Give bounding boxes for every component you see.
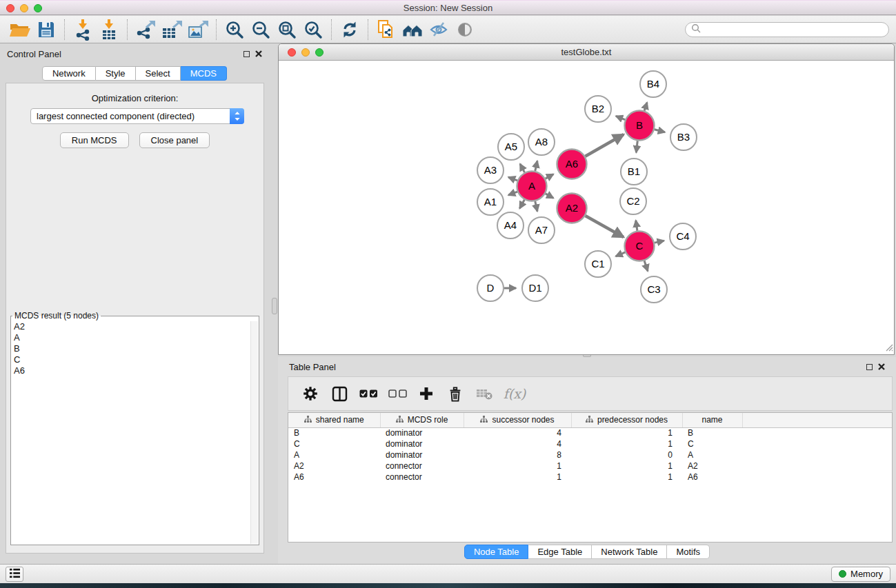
edge-B-B1[interactable] [636,141,637,152]
node-A5[interactable]: A5 [498,134,524,160]
node-A7[interactable]: A7 [528,217,555,243]
split-columns-icon[interactable] [327,382,352,405]
edge-C-C1[interactable] [616,252,626,256]
run-mcds-button[interactable]: Run MCDS [60,132,129,148]
add-column-icon[interactable] [414,382,439,405]
gear-icon[interactable] [298,382,323,405]
network-window-titlebar[interactable]: testGlobe.txt [279,44,894,61]
table-row-c[interactable]: Cdominator41C [288,438,892,449]
edge-B-B4[interactable] [644,103,647,111]
edge-A-A7[interactable] [535,201,537,212]
float-table-panel-icon[interactable] [866,364,873,370]
cell-predecessor-nodes[interactable]: 0 [571,449,682,460]
tab-select[interactable]: Select [136,66,181,81]
column-header-successor-nodes[interactable]: successor nodes [464,413,571,427]
duplicate-network-icon[interactable] [373,18,399,41]
tab-style[interactable]: Style [96,66,136,81]
edge-A-A8[interactable] [535,161,537,171]
cell-name[interactable]: A [682,449,742,460]
clear-checks-icon[interactable] [385,382,410,405]
edge-A6-B[interactable] [586,134,624,156]
close-window-button[interactable] [6,4,14,12]
table-row-a[interactable]: Adominator80A [288,449,892,460]
node-B4[interactable]: B4 [640,71,666,97]
network-minimize-button[interactable] [301,48,310,57]
tab-network[interactable]: Network [42,66,96,81]
cell-name[interactable]: B [682,427,742,438]
node-D[interactable]: D [477,275,504,301]
cell-shared-name[interactable]: A [288,449,380,460]
delete-column-icon[interactable] [443,382,468,405]
edge-C-C3[interactable] [644,261,648,271]
edge-A-A6[interactable] [546,174,554,179]
refresh-icon[interactable] [337,18,363,41]
result-item-a[interactable]: A [11,332,250,343]
cell-mcds-role[interactable]: connector [380,472,464,483]
criterion-select[interactable]: largest connected component (directed) [30,108,244,124]
app-titlebar[interactable]: Session: New Session [0,0,896,15]
import-network-icon[interactable] [70,18,96,41]
memory-button[interactable]: Memory [831,567,890,582]
node-A3[interactable]: A3 [477,157,504,183]
node-D1[interactable]: D1 [522,275,548,301]
tab-motifs[interactable]: Motifs [667,545,710,559]
cell-mcds-role[interactable]: dominator [380,438,464,449]
tab-network-table[interactable]: Network Table [592,545,667,559]
close-panel-icon[interactable] [255,50,262,57]
cell-shared-name[interactable]: A2 [288,460,380,472]
task-history-button[interactable] [6,567,23,582]
cell-successor-nodes[interactable]: 4 [464,438,571,449]
cell-successor-nodes[interactable]: 8 [464,449,571,460]
export-network-icon[interactable] [132,18,159,41]
cell-successor-nodes[interactable]: 4 [464,427,571,438]
node-C1[interactable]: C1 [585,251,611,277]
zoom-in-icon[interactable] [221,18,248,41]
edge-A-A5[interactable] [520,164,525,172]
cell-mcds-role[interactable]: dominator [380,449,464,460]
edge-A-A2[interactable] [546,194,554,198]
tab-node-table[interactable]: Node Table [464,545,529,559]
node-B1[interactable]: B1 [621,159,647,185]
vertical-splitter-handle[interactable] [272,298,277,314]
cell-shared-name[interactable]: B [288,427,380,438]
edge-A2-C[interactable] [586,216,624,237]
column-header-name[interactable]: name [682,413,742,427]
edge-C-C4[interactable] [655,241,664,243]
close-table-panel-icon[interactable] [878,363,885,370]
zoom-fit-icon[interactable] [274,18,300,41]
node-B2[interactable]: B2 [585,96,611,122]
node-C[interactable]: C [625,232,655,261]
table-row-a6[interactable]: A6connector11A6 [288,472,892,483]
edge-B-B2[interactable] [616,116,625,119]
result-scrollbar[interactable] [250,321,258,544]
export-table-icon[interactable] [159,18,185,41]
cell-mcds-role[interactable]: connector [380,460,464,472]
tab-mcds[interactable]: MCDS [181,66,227,81]
window-resize-grip[interactable] [884,342,893,354]
network-graph[interactable]: B4B2BB3A5A8A6A3B1AA1C2A2A4A7C4CC1C3DD1 [279,61,894,352]
save-icon[interactable] [33,18,59,41]
home-icon[interactable] [399,18,426,41]
zoom-selected-icon[interactable] [300,18,326,41]
table-row-b[interactable]: Bdominator41B [288,427,892,438]
cell-predecessor-nodes[interactable]: 1 [571,460,682,472]
cell-mcds-role[interactable]: dominator [380,427,464,438]
minimize-window-button[interactable] [20,4,28,12]
node-C3[interactable]: C3 [641,276,667,303]
edge-B-B3[interactable] [655,130,665,132]
zoom-out-icon[interactable] [248,18,274,41]
cell-predecessor-nodes[interactable]: 1 [571,427,682,438]
node-C2[interactable]: C2 [620,188,646,214]
node-B3[interactable]: B3 [670,124,697,150]
node-C4[interactable]: C4 [670,223,696,250]
float-panel-icon[interactable] [243,51,250,57]
show-eye-icon[interactable] [452,18,478,41]
edge-A-A4[interactable] [519,200,524,209]
cell-shared-name[interactable]: C [288,438,380,449]
result-item-a2[interactable]: A2 [11,321,250,332]
node-A[interactable]: A [517,172,547,201]
search-input[interactable] [704,25,883,34]
node-A1[interactable]: A1 [477,189,504,215]
open-folder-icon[interactable] [7,18,33,41]
node-A2[interactable]: A2 [557,194,587,223]
